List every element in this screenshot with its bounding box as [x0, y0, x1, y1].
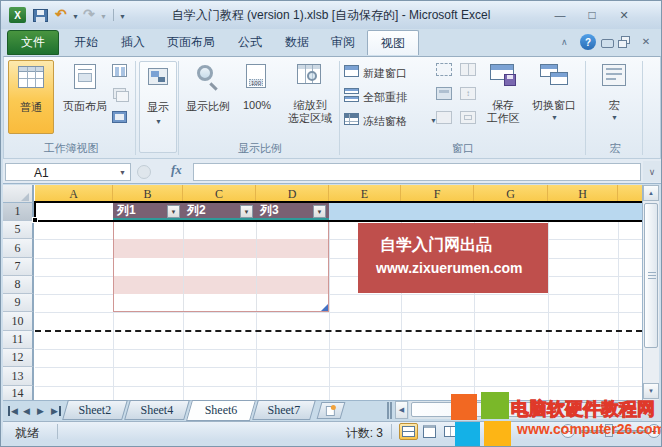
gridline [35, 386, 642, 387]
row-header-6[interactable]: 6 [3, 239, 34, 258]
row-header-14[interactable]: 14 [3, 386, 34, 400]
scroll-up-icon[interactable]: ▲ [643, 185, 659, 201]
center-watermark-line2: www.zixuerumen.com [376, 260, 523, 276]
icon-detail [78, 73, 92, 82]
undo-icon[interactable]: ↶ [55, 6, 67, 22]
table-resize-handle[interactable] [321, 304, 328, 311]
vertical-scrollbar-thumb[interactable] [644, 203, 658, 348]
arrange-all-icon [344, 88, 359, 94]
ribbon-collapse-icon[interactable]: ∧ [561, 37, 568, 47]
maximize-button[interactable]: □ [579, 6, 605, 24]
workbook-close-icon[interactable]: ✕ [639, 35, 653, 48]
switch-windows-button[interactable]: 切换窗口 ▼ [528, 60, 580, 134]
select-all-button[interactable] [3, 185, 34, 203]
row-header-8[interactable]: 8 [3, 276, 34, 294]
page-layout-view-button[interactable]: 页面布局 [58, 60, 112, 134]
table-body[interactable] [113, 221, 329, 312]
formula-bar-expand-icon[interactable]: ∨ [643, 161, 661, 182]
custom-views-button[interactable] [111, 86, 130, 103]
filter-dropdown-icon[interactable]: ▼ [240, 205, 253, 218]
row-header-1[interactable]: 1 [3, 203, 34, 221]
last-sheet-icon[interactable]: ▶ [51, 406, 61, 416]
zoom-to-selection-button[interactable]: 缩放到 选定区域 [281, 60, 339, 134]
table-row[interactable] [114, 276, 328, 294]
row-header-10[interactable]: 10 [3, 312, 34, 331]
row-header-5[interactable]: 5 [3, 221, 34, 239]
row-header-11[interactable]: 11 [3, 331, 34, 349]
name-box-dropdown-icon[interactable]: ▼ [119, 169, 126, 176]
first-sheet-icon[interactable]: ◀ [8, 406, 18, 416]
show-group-button[interactable]: 显示 ▼ [139, 61, 177, 153]
page-layout-status-button[interactable] [420, 423, 439, 440]
page-break-preview-button[interactable] [111, 63, 130, 80]
reset-window-position-button[interactable] [460, 111, 476, 124]
undo-dropdown-icon[interactable]: ▼ [72, 13, 79, 20]
sheet-tab-sheet4[interactable]: Sheet4 [124, 400, 190, 420]
macros-button[interactable]: 宏 ▼ [592, 60, 636, 134]
fill-handle[interactable] [32, 217, 38, 223]
view-side-by-side-button[interactable] [460, 63, 476, 76]
table-row[interactable] [114, 221, 328, 239]
tab-splitter-handle[interactable] [387, 402, 392, 419]
name-box[interactable]: A1 [5, 163, 131, 181]
unhide-window-button[interactable] [436, 111, 452, 124]
minimize-button[interactable]: — [547, 6, 573, 24]
formula-input[interactable] [193, 163, 641, 181]
tab-file[interactable]: 文件 [7, 30, 59, 55]
workbook-minimize-icon[interactable] [601, 39, 614, 48]
tab-formulas[interactable]: 公式 [227, 30, 273, 55]
tab-home[interactable]: 开始 [63, 30, 109, 55]
table-row[interactable] [114, 258, 328, 276]
footer-logo-green [481, 392, 509, 419]
fx-icon[interactable]: fx [171, 162, 191, 180]
tab-data[interactable]: 数据 [275, 30, 319, 55]
arrange-all-button[interactable]: 全部重排 [344, 88, 430, 105]
thumb-grip [648, 272, 656, 273]
filter-dropdown-icon[interactable]: ▼ [313, 205, 326, 218]
center-watermark: 自学入门网出品 www.zixuerumen.com [358, 223, 548, 293]
row-header-9[interactable]: 9 [3, 294, 34, 312]
icon-detail [606, 73, 622, 75]
qat-customize-icon[interactable]: ▼ [119, 13, 126, 20]
row-header-13[interactable]: 13 [3, 367, 34, 386]
selection-border-bottom [34, 220, 642, 222]
sheet-tab-sheet6-active[interactable]: Sheet6 [186, 400, 256, 421]
synchronous-scrolling-button[interactable]: ↕ [460, 87, 476, 100]
save-workspace-button[interactable]: 保存 工作区 [480, 60, 526, 134]
hscroll-left-icon[interactable]: ◀ [395, 401, 408, 419]
sheet-tab-sheet7[interactable]: Sheet7 [252, 400, 316, 420]
row-header-12[interactable]: 12 [3, 349, 34, 367]
table-row[interactable] [114, 294, 328, 311]
previous-sheet-icon[interactable]: ◀ [23, 406, 30, 416]
tab-insert[interactable]: 插入 [111, 30, 155, 55]
normal-view-status-button[interactable] [399, 423, 418, 440]
tab-review[interactable]: 审阅 [321, 30, 365, 55]
help-icon[interactable]: ? [580, 34, 596, 50]
group-separator [135, 61, 136, 155]
hide-window-button[interactable] [436, 87, 452, 100]
normal-view-button[interactable]: 普通 [8, 60, 54, 134]
new-window-button[interactable]: 新建窗口 [344, 64, 430, 81]
excel-app-icon[interactable]: X [9, 7, 26, 23]
row-header-7[interactable]: 7 [3, 258, 34, 276]
filter-dropdown-icon[interactable]: ▼ [167, 205, 180, 218]
vertical-scrollbar[interactable]: ▲ ▼ [642, 185, 659, 400]
redo-icon[interactable]: ↷ [83, 6, 95, 22]
next-sheet-icon[interactable]: ▶ [37, 406, 44, 416]
close-button[interactable]: ✕ [611, 6, 637, 24]
full-screen-button[interactable] [111, 109, 130, 126]
save-icon[interactable] [33, 9, 48, 22]
table-row[interactable] [114, 239, 328, 258]
zoom-100-button[interactable]: 100 100% [235, 60, 279, 134]
tab-view-active[interactable]: 视图 [367, 30, 419, 55]
tab-page-layout[interactable]: 页面布局 [157, 30, 225, 55]
workbook-restore-icon2[interactable] [618, 40, 627, 48]
redo-dropdown-icon[interactable]: ▼ [100, 13, 107, 20]
sheet-tab-sheet2[interactable]: Sheet2 [62, 400, 128, 420]
split-button[interactable] [436, 63, 452, 76]
new-window-icon [344, 65, 359, 77]
zoom-button[interactable]: 显示比例 [183, 60, 233, 134]
freeze-panes-button[interactable]: 冻结窗格 ▼ [344, 112, 436, 129]
insert-worksheet-tab[interactable] [317, 402, 346, 419]
cell-a1-active[interactable] [35, 203, 113, 220]
